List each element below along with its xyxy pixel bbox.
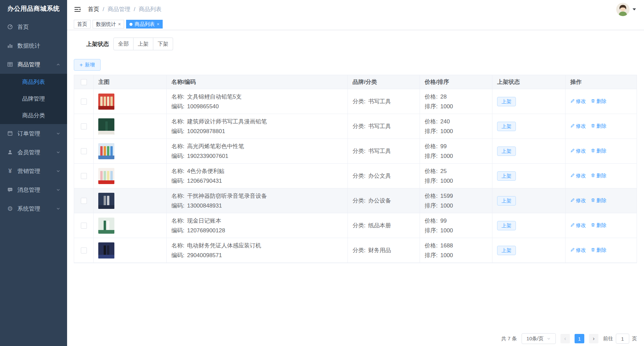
sidebar-subitem-品牌管理[interactable]: 品牌管理: [0, 91, 67, 107]
delete-link[interactable]: 删除: [591, 173, 606, 179]
row-checkbox[interactable]: [81, 247, 87, 253]
products-icon: [7, 61, 13, 68]
price-sort-cell: 价格:240排序:1000: [420, 114, 492, 139]
sidebar-item-商品管理[interactable]: 商品管理: [0, 55, 67, 74]
caret-down-icon[interactable]: [633, 8, 636, 10]
status-filter-label: 上架状态: [86, 40, 109, 48]
status-badge[interactable]: 上架: [497, 97, 516, 106]
sidebar-item-系统管理[interactable]: ⚙系统管理: [0, 199, 67, 218]
breadcrumb-item-商品管理: 商品管理: [108, 5, 130, 13]
table-row: 名称:4色分条便利贴编码:12066790431分类:办公文具价格:25排序:1…: [74, 164, 637, 188]
chart-icon: [7, 42, 13, 49]
goto-page-input[interactable]: [616, 334, 629, 344]
delete-link[interactable]: 删除: [591, 197, 606, 204]
row-checkbox-cell: [74, 114, 94, 139]
name-code-cell: 名称:电动财务凭证人体感应装订机编码:29040098571: [167, 238, 348, 263]
product-category: 书写工具: [368, 98, 391, 105]
price-sort-cell: 价格:28排序:1000: [420, 89, 492, 114]
edit-link[interactable]: 修改: [570, 148, 586, 154]
row-checkbox[interactable]: [81, 198, 87, 204]
sidebar-item-数据统计[interactable]: 数据统计: [0, 36, 67, 55]
delete-link[interactable]: 删除: [591, 222, 606, 229]
tab-label: 商品列表: [135, 21, 155, 27]
marketing-icon: ¥: [7, 168, 13, 174]
page-size-select[interactable]: 10条/页: [522, 333, 556, 344]
status-badge[interactable]: 上架: [497, 147, 516, 156]
edit-label: 修改: [576, 222, 586, 229]
select-all-checkbox[interactable]: [81, 79, 87, 85]
product-name: 电动财务凭证人体感应装订机: [187, 242, 261, 249]
sidebar-collapse-icon[interactable]: [74, 6, 81, 13]
delete-link[interactable]: 删除: [591, 98, 606, 105]
status-cell: 上架: [492, 213, 566, 238]
field-label: 价格:: [425, 143, 438, 150]
name-code-cell: 名称:干扰神器防窃听录音笔录音设备编码:13000848931: [167, 188, 348, 213]
sidebar-item-订单管理[interactable]: 订单管理: [0, 124, 67, 143]
next-page-button[interactable]: ›: [589, 334, 598, 343]
column-header-名称/编码: 名称/编码: [167, 75, 348, 89]
delete-link[interactable]: 删除: [591, 247, 606, 253]
sidebar-subitem-商品分类[interactable]: 商品分类: [0, 107, 67, 124]
delete-link[interactable]: 删除: [591, 148, 606, 154]
chevron-down-icon: [547, 337, 551, 341]
product-category: 办公文具: [368, 173, 391, 179]
tab-商品列表[interactable]: 商品列表×: [126, 20, 163, 28]
field-label: 名称:: [171, 168, 184, 174]
edit-label: 修改: [576, 197, 586, 204]
status-badge[interactable]: 上架: [497, 171, 516, 181]
row-checkbox[interactable]: [81, 123, 87, 129]
delete-link[interactable]: 删除: [591, 123, 606, 129]
sidebar-subitem-商品列表[interactable]: 商品列表: [0, 74, 67, 91]
row-checkbox[interactable]: [81, 173, 87, 179]
status-badge[interactable]: 上架: [497, 122, 516, 131]
add-button-label: 新增: [85, 62, 95, 68]
prev-page-button[interactable]: ‹: [560, 334, 570, 343]
filter-option-下架[interactable]: 下架: [153, 38, 173, 50]
column-header-品牌/分类: 品牌/分类: [348, 75, 420, 89]
thumbnail-cell: [94, 164, 167, 188]
field-label: 编码:: [171, 128, 184, 134]
field-label: 分类:: [353, 123, 366, 129]
sidebar-item-消息管理[interactable]: 消息管理: [0, 180, 67, 199]
product-thumbnail: [98, 94, 114, 110]
sidebar-item-会员管理[interactable]: 会员管理: [0, 143, 67, 162]
filter-option-上架[interactable]: 上架: [133, 38, 153, 50]
row-checkbox[interactable]: [81, 99, 87, 105]
status-badge[interactable]: 上架: [497, 196, 516, 206]
edit-link[interactable]: 修改: [570, 197, 586, 204]
close-icon[interactable]: ×: [157, 22, 159, 26]
plus-icon: +: [79, 62, 83, 68]
add-button[interactable]: + 新增: [74, 59, 101, 71]
sidebar-item-首页[interactable]: 首页: [0, 17, 67, 36]
edit-link[interactable]: 修改: [570, 123, 586, 129]
total-count: 共 7 条: [501, 336, 517, 342]
avatar[interactable]: [616, 3, 630, 16]
user-area: [616, 3, 636, 16]
pagination: 共 7 条 10条/页 ‹ 1 › 前往 页: [74, 333, 637, 346]
field-label: 名称:: [171, 143, 184, 150]
close-icon[interactable]: ×: [118, 22, 121, 26]
tab-数据统计[interactable]: 数据统计×: [93, 20, 124, 28]
page-number-1[interactable]: 1: [575, 334, 584, 343]
goto-label: 前往: [603, 336, 613, 342]
status-filter-group: 全部上架下架: [113, 38, 173, 50]
filter-option-全部[interactable]: 全部: [113, 38, 133, 50]
delete-label: 删除: [596, 173, 606, 179]
status-badge[interactable]: 上架: [497, 221, 516, 230]
breadcrumb-item-首页[interactable]: 首页: [88, 5, 99, 13]
sidebar-item-营销管理[interactable]: ¥营销管理: [0, 162, 67, 180]
product-code: 1009865540: [187, 103, 219, 110]
edit-link[interactable]: 修改: [570, 173, 586, 179]
edit-link[interactable]: 修改: [570, 222, 586, 229]
chevron-down-icon: [56, 131, 60, 136]
status-badge[interactable]: 上架: [497, 246, 516, 255]
tab-首页[interactable]: 首页: [74, 20, 91, 28]
row-checkbox[interactable]: [81, 223, 87, 229]
row-checkbox[interactable]: [81, 148, 87, 154]
product-category: 纸品本册: [368, 222, 391, 229]
goto-wrap: 前往 页: [603, 334, 637, 344]
field-label: 排序:: [425, 178, 438, 184]
edit-link[interactable]: 修改: [570, 98, 586, 105]
sidebar-item-label: 营销管理: [17, 167, 40, 175]
edit-link[interactable]: 修改: [570, 247, 586, 253]
